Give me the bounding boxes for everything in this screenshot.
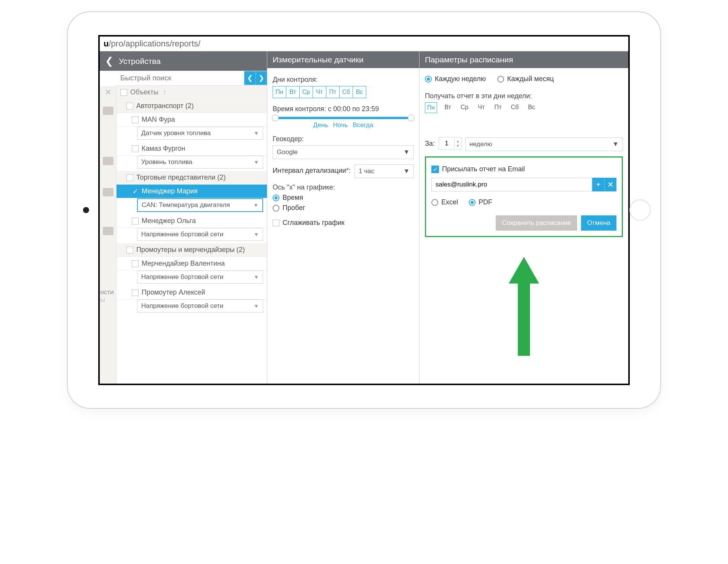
schedule-title: Параметры расписания [425,55,513,64]
control-day[interactable]: Вт [286,86,300,98]
monthly-label: Каждый месяц [507,75,554,83]
chat-icon[interactable] [103,107,113,115]
group-checkbox[interactable] [126,247,133,253]
group-checkbox[interactable] [126,174,133,181]
control-day[interactable]: Сб [339,86,353,98]
chat-icon[interactable] [103,157,113,165]
interval-select[interactable]: 1 час ▼ [354,164,414,178]
devices-panel: ❮ ❯ Объекты↑Автотранспорт (2)MAN ФураДат… [117,71,267,384]
search-input[interactable] [117,71,244,85]
schedule-day[interactable]: Сб [509,102,521,113]
chevron-down-icon: ▼ [403,148,410,156]
sensor-value: Напряжение бортовой сети [141,302,224,310]
device-item[interactable]: MAN Фура [117,113,267,127]
receive-days-label: Получать отчет в эти дни недели: [425,92,623,100]
next-button[interactable]: ❯ [255,71,267,85]
slider-thumb-end[interactable] [408,115,415,121]
device-item[interactable]: Промоутер Алексей [117,286,267,300]
back-chevron-icon[interactable]: ❮ [105,55,113,67]
schedule-day[interactable]: Пн [425,102,437,113]
control-day[interactable]: Чт [313,86,326,98]
prev-button[interactable]: ❮ [244,71,255,85]
time-slider[interactable] [273,117,414,119]
monthly-radio[interactable] [497,76,504,83]
control-day[interactable]: Пн [273,86,286,98]
geocoder-label: Геокодер: [273,135,414,143]
schedule-day[interactable]: Ср [458,102,471,113]
spin-down-icon[interactable]: ▼ [455,143,461,148]
device-item[interactable]: Мерчендайзер Валентина [117,257,267,271]
screen: u/pro/applications/reports/ ❮ Устройства… [98,35,630,385]
device-group[interactable]: Торговые представители (2) [117,171,267,185]
item-checkbox[interactable] [132,260,139,267]
device-group[interactable]: Промоутеры и мерчендайзеры (2) [117,243,267,257]
email-input[interactable] [431,178,592,191]
chat-icon[interactable] [103,227,113,235]
url-bar: u/pro/applications/reports/ [100,37,628,51]
schedule-day[interactable]: Пт [492,102,504,113]
preset-night[interactable]: Ночь [333,121,348,129]
remove-email-icon[interactable]: ✕ [604,178,616,191]
control-days-label: Дни контроля: [273,76,414,84]
item-checkbox[interactable] [132,218,139,225]
sensor-select[interactable]: Уровень топлива▼ [137,156,263,169]
smooth-checkbox[interactable] [273,220,279,226]
sensor-select[interactable]: Напряжение бортовой сети▼ [137,300,263,312]
home-button[interactable] [629,199,651,221]
item-checkbox[interactable] [132,289,139,296]
format-pdf-radio[interactable] [469,199,476,206]
schedule-header: Параметры расписания [420,51,628,68]
slider-thumb-start[interactable] [272,115,279,121]
smooth-label: Сглаживать график [283,219,345,227]
device-item[interactable]: Камаз Фургон [117,142,267,156]
interval-label: Интервал детализации [273,167,346,174]
preset-always[interactable]: Всегда [353,121,373,129]
url-path: /pro/applications/reports/ [109,39,200,48]
for-value[interactable] [439,137,454,150]
for-unit-value: неделю [469,140,492,148]
tablet-frame: u/pro/applications/reports/ ❮ Устройства… [67,11,661,409]
email-cb-label: Присылать отчет на Email [442,165,525,173]
geocoder-select[interactable]: Google ▼ [273,145,414,159]
item-checkbox[interactable] [132,145,139,152]
device-group[interactable]: Автотранспорт (2) [117,99,267,113]
for-number-input[interactable]: ▲ ▼ [439,137,461,150]
sensor-select[interactable]: Датчик уровня топлива▼ [137,127,263,140]
weekly-radio[interactable] [425,76,432,83]
spin-up-icon[interactable]: ▲ [455,139,461,143]
control-day[interactable]: Ср [299,86,313,98]
device-name: Менеджер Мария [142,187,198,195]
save-schedule-button[interactable]: Сохранить расписание [496,215,577,231]
sensor-select[interactable]: Напряжение бортовой сети▼ [137,271,263,284]
sensor-select[interactable]: Напряжение бортовой сети▼ [137,228,263,241]
add-email-icon[interactable]: + [592,178,604,191]
xaxis-mileage-radio[interactable] [273,205,279,212]
cancel-button[interactable]: Отмена [581,215,616,231]
control-day[interactable]: Вс [353,86,366,98]
preset-day[interactable]: День [313,121,328,129]
for-unit-select[interactable]: неделю ▼ [465,137,623,151]
group-checkbox[interactable] [126,103,133,110]
device-item[interactable]: ✓Менеджер Мария [117,185,267,198]
schedule-day[interactable]: Чт [475,102,487,113]
control-day[interactable]: Пт [326,86,340,98]
chat-icon[interactable] [103,188,113,196]
item-checkbox[interactable] [132,116,139,123]
schedule-day[interactable]: Вс [525,102,538,113]
device-name: Менеджер Ольга [142,217,196,225]
xaxis-time-radio[interactable] [273,194,279,201]
sensor-value: Напряжение бортовой сети [141,231,224,238]
device-name: MAN Фура [142,116,175,124]
sort-icon[interactable]: ↑ [163,88,166,96]
close-icon[interactable]: ✕ [100,86,116,97]
schedule-day[interactable]: Вт [442,102,454,113]
email-checkbox[interactable]: ✓ [431,166,439,173]
xaxis-mileage-label: Пробег [283,204,305,212]
sensor-select[interactable]: CAN: Температура двигателя▼ [137,198,263,212]
format-excel-radio[interactable] [431,199,438,206]
sensors-header: Измерительные датчики [267,51,419,68]
xaxis-time-label: Время [283,194,303,202]
device-item[interactable]: Менеджер Ольга [117,214,267,228]
sensor-value: Уровень топлива [141,158,192,166]
objects-checkbox[interactable] [120,89,127,96]
